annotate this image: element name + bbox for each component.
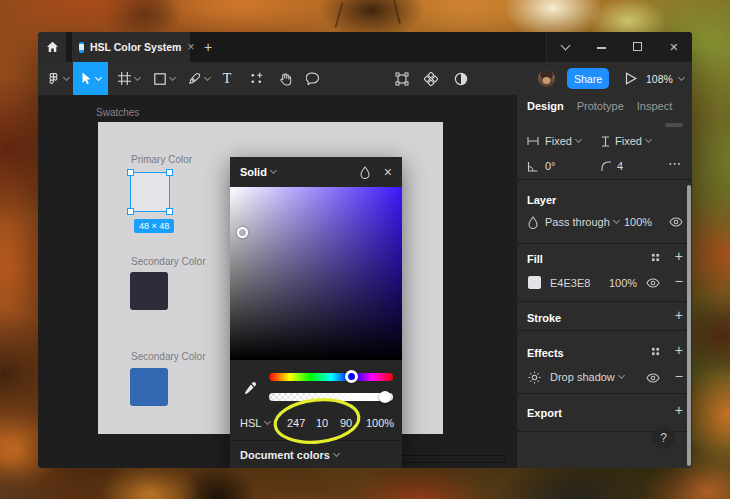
hue-value[interactable]: 247 bbox=[287, 417, 305, 429]
sv-cursor[interactable] bbox=[237, 227, 248, 238]
more-options-button[interactable]: ⋯ bbox=[668, 156, 682, 171]
rotation-value[interactable]: 0° bbox=[545, 160, 556, 172]
remove-fill-button[interactable]: − bbox=[675, 273, 683, 289]
figma-file-icon bbox=[79, 42, 84, 53]
figma-window: HSL Color System × + ✕ bbox=[38, 32, 692, 468]
hue-slider[interactable] bbox=[269, 373, 393, 381]
text-tool-button[interactable]: T bbox=[218, 62, 236, 95]
move-tool-icon bbox=[81, 72, 92, 85]
export-section-title: Export bbox=[527, 407, 562, 419]
file-tab[interactable]: HSL Color System × bbox=[72, 32, 190, 62]
effect-styles-icon[interactable] bbox=[651, 347, 660, 356]
present-button[interactable] bbox=[619, 62, 643, 95]
help-button[interactable]: ? bbox=[652, 426, 675, 449]
zoom-level: 108% bbox=[646, 73, 673, 85]
move-tool-button[interactable] bbox=[73, 62, 108, 95]
selection-handle[interactable] bbox=[127, 208, 134, 215]
user-avatar[interactable] bbox=[538, 70, 555, 87]
titlebar: HSL Color System × + ✕ bbox=[38, 32, 692, 62]
pen-tool-button[interactable] bbox=[184, 62, 214, 95]
new-tab-button[interactable]: + bbox=[198, 32, 218, 62]
corner-radius-icon bbox=[601, 161, 612, 172]
mask-button[interactable] bbox=[449, 62, 473, 95]
pen-tool-icon bbox=[188, 72, 201, 85]
toolbar: T bbox=[38, 62, 692, 95]
component-icon bbox=[424, 72, 438, 86]
selected-swatch[interactable] bbox=[128, 170, 172, 214]
frame-tool-button[interactable] bbox=[114, 62, 144, 95]
fill-styles-icon[interactable] bbox=[651, 253, 660, 262]
fill-type-select[interactable]: Solid bbox=[240, 166, 276, 178]
color-mode-select[interactable]: HSL bbox=[240, 417, 270, 429]
secondary-color-swatch-2[interactable] bbox=[130, 368, 168, 406]
figma-logo-icon bbox=[47, 72, 60, 85]
hand-tool-icon bbox=[279, 72, 292, 86]
dialog-close-icon[interactable]: × bbox=[384, 164, 392, 180]
panel-scrollbar[interactable] bbox=[687, 185, 691, 466]
window-chevron-icon[interactable] bbox=[547, 41, 583, 53]
secondary-color-swatch[interactable] bbox=[130, 272, 168, 310]
effect-type-select[interactable]: Drop shadow bbox=[550, 371, 624, 383]
leaf-stem bbox=[334, 2, 343, 28]
effect-icon bbox=[528, 371, 541, 384]
component-button[interactable] bbox=[419, 62, 443, 95]
swatch-label: Secondary Color bbox=[131, 351, 205, 362]
home-button[interactable] bbox=[38, 32, 66, 62]
constraint-horizontal-select[interactable]: Fixed bbox=[545, 135, 581, 147]
resources-button[interactable] bbox=[245, 62, 267, 95]
constraint-vertical-icon bbox=[601, 136, 610, 147]
alpha-slider[interactable] bbox=[269, 393, 393, 401]
layer-opacity[interactable]: 100% bbox=[624, 216, 652, 228]
tab-title: HSL Color System bbox=[90, 41, 181, 53]
add-stroke-button[interactable]: + bbox=[675, 307, 683, 323]
add-effect-button[interactable]: + bbox=[675, 342, 683, 358]
rotation-icon bbox=[527, 161, 538, 172]
add-fill-button[interactable]: + bbox=[675, 248, 683, 264]
saturation-value[interactable]: 10 bbox=[316, 417, 328, 429]
share-button[interactable]: Share bbox=[567, 68, 609, 89]
tab-inspect[interactable]: Inspect bbox=[637, 100, 672, 112]
eyedropper-button[interactable] bbox=[242, 381, 260, 399]
edit-object-button[interactable] bbox=[390, 62, 414, 95]
main-menu-button[interactable] bbox=[44, 62, 72, 95]
hue-knob[interactable] bbox=[345, 370, 358, 383]
fill-visibility-icon[interactable] bbox=[646, 278, 660, 288]
fill-hex-value[interactable]: E4E3E8 bbox=[550, 277, 590, 289]
selection-handle[interactable] bbox=[166, 169, 173, 176]
constraint-horizontal-icon bbox=[527, 136, 539, 146]
document-colors-select[interactable]: Document colors bbox=[240, 449, 339, 461]
home-icon bbox=[46, 41, 59, 53]
comment-tool-button[interactable] bbox=[302, 62, 324, 95]
add-export-button[interactable]: + bbox=[675, 402, 683, 418]
fill-opacity[interactable]: 100% bbox=[609, 277, 637, 289]
selection-handle[interactable] bbox=[166, 208, 173, 215]
alpha-knob[interactable] bbox=[379, 391, 391, 403]
tab-design[interactable]: Design bbox=[527, 100, 564, 112]
constraint-vertical-select[interactable]: Fixed bbox=[615, 135, 651, 147]
leaf-stem bbox=[393, 0, 401, 24]
fill-color-swatch[interactable] bbox=[528, 276, 541, 289]
maximize-button[interactable] bbox=[620, 41, 656, 53]
minimize-button[interactable] bbox=[583, 41, 619, 53]
hand-tool-button[interactable] bbox=[274, 62, 296, 95]
tab-close-icon[interactable]: × bbox=[187, 41, 194, 53]
selection-handle[interactable] bbox=[127, 169, 134, 176]
resources-icon bbox=[250, 72, 263, 85]
remove-effect-button[interactable]: − bbox=[675, 368, 683, 384]
blend-mode-select[interactable]: Pass through bbox=[545, 216, 619, 228]
tab-prototype[interactable]: Prototype bbox=[577, 100, 624, 112]
alpha-value[interactable]: 100% bbox=[366, 417, 394, 429]
frame-title[interactable]: Swatches bbox=[96, 107, 139, 118]
saturation-value-area[interactable] bbox=[230, 187, 402, 360]
lightness-value[interactable]: 90 bbox=[340, 417, 352, 429]
close-button[interactable]: ✕ bbox=[656, 41, 692, 54]
blend-icon[interactable] bbox=[360, 166, 370, 179]
zoom-control[interactable]: 108% bbox=[646, 62, 684, 95]
layer-visibility-icon[interactable] bbox=[669, 217, 683, 227]
shape-tool-button[interactable] bbox=[149, 62, 179, 95]
corner-radius-value[interactable]: 4 bbox=[617, 160, 623, 172]
rectangle-tool-icon bbox=[154, 73, 166, 85]
effect-visibility-icon[interactable] bbox=[646, 373, 660, 383]
effects-section-title: Effects bbox=[527, 347, 564, 359]
panel-handle[interactable] bbox=[665, 123, 683, 127]
